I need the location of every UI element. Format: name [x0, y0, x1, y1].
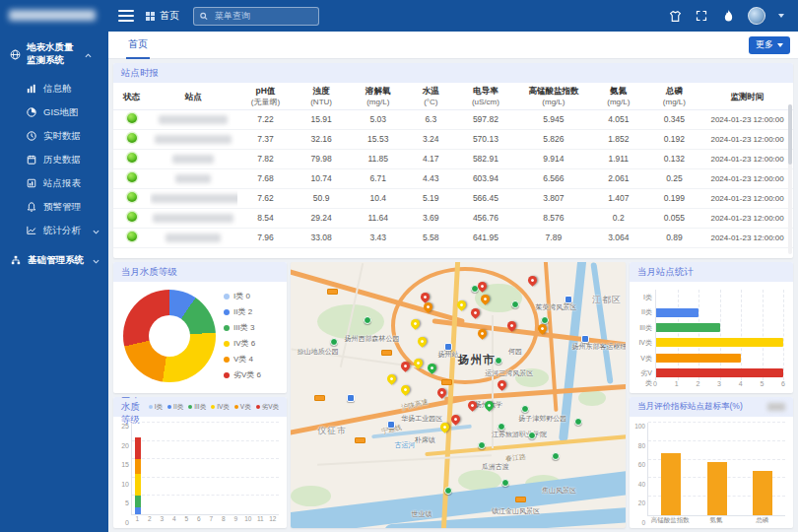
- flame-icon[interactable]: [721, 9, 735, 23]
- map-poi-park-icon[interactable]: [528, 432, 536, 439]
- table-cell: 2.061: [590, 168, 647, 188]
- map-station-pin-red[interactable]: [496, 378, 508, 391]
- map-label-茱萸湾风景区: 茱萸湾风景区: [535, 302, 576, 312]
- map-poi-transit-icon[interactable]: [347, 394, 355, 402]
- exceed-rate-title: 当月评价指标站点超标率(%): [637, 401, 743, 413]
- table-cell: 4.17: [408, 149, 454, 168]
- chevron-down-icon: [93, 255, 100, 266]
- table-cell: 7.22: [237, 109, 295, 129]
- map-station-pin-yellow[interactable]: [399, 383, 412, 396]
- table-cell: 7.89: [517, 228, 590, 247]
- donut-chart: [123, 290, 216, 382]
- menu-search[interactable]: [193, 7, 319, 26]
- sidebar-item-0[interactable]: 信息舱: [0, 77, 108, 100]
- map-poi-transit-icon[interactable]: [581, 335, 589, 343]
- gis-map[interactable]: 扬州市江都区仪征市扬州西部森林公园捺山地质公园茱萸湾风景区何园运河三湾风景区扬州…: [291, 262, 626, 528]
- avatar[interactable]: [748, 7, 765, 25]
- menu-collapse-icon[interactable]: [118, 10, 134, 22]
- map-poi-park-icon[interactable]: [521, 405, 529, 413]
- fullscreen-icon[interactable]: [695, 9, 708, 23]
- exceed-y-axis: 100806040200: [632, 423, 647, 526]
- system-title-label: 地表水质量监测系统: [27, 41, 79, 67]
- analytics-icon: [26, 226, 36, 236]
- table-header: 浊度(NTU): [294, 83, 349, 109]
- sidebar-item-label: 基础管理系统: [28, 254, 86, 267]
- map-icon: [26, 107, 36, 118]
- table-cell: 6.566: [517, 168, 590, 188]
- legend-item[interactable]: 劣V类 6: [224, 369, 261, 380]
- table-cell: 2024-01-23 12:00:00: [701, 188, 793, 208]
- annual-x-axis: 123456789101112: [131, 515, 279, 526]
- table-cell: 2024-01-23 12:00:00: [701, 208, 793, 228]
- legend-item[interactable]: II类 2: [224, 306, 261, 317]
- tab-home[interactable]: 首页: [126, 32, 150, 59]
- clock-icon: [26, 131, 36, 142]
- map-road-badge: [441, 379, 452, 385]
- table-cell: 0.25: [647, 168, 702, 188]
- map-poi-park-icon[interactable]: [330, 338, 338, 346]
- home-label: 首页: [160, 9, 179, 23]
- map-poi-transit-icon[interactable]: [565, 296, 572, 303]
- map-road: [317, 454, 492, 465]
- sidebar-item-label: 信息舱: [43, 83, 108, 96]
- legend-item[interactable]: IV类 6: [224, 338, 261, 349]
- map-station-pin-red[interactable]: [526, 274, 539, 287]
- map-poi-park-icon[interactable]: [552, 452, 560, 460]
- map-label-春江路: 春江路: [504, 452, 526, 464]
- map-poi-park-icon[interactable]: [511, 300, 519, 308]
- table-scrollbar[interactable]: [788, 104, 792, 254]
- sidebar-item-4[interactable]: 站点报表: [0, 171, 108, 195]
- theme-skin-icon[interactable]: [668, 9, 682, 23]
- map-poi-transit-icon[interactable]: [387, 421, 395, 429]
- sidebar-item-3[interactable]: 历史数据: [0, 148, 108, 171]
- table-cell: 3.064: [590, 228, 647, 247]
- more-button[interactable]: 更多: [749, 36, 790, 54]
- sidebar-item-1[interactable]: GIS地图: [0, 100, 108, 124]
- table-row[interactable]: 7.8279.9811.854.17582.919.9141.9110.1322…: [113, 149, 793, 168]
- map-poi-park-icon[interactable]: [574, 418, 582, 426]
- map-label-运河三湾风景区: 运河三湾风景区: [485, 368, 533, 378]
- sidebar-item-2[interactable]: 实时数据: [0, 124, 108, 148]
- legend-item[interactable]: I类 0: [224, 291, 261, 301]
- sidebar-item-6[interactable]: 统计分析: [0, 219, 108, 242]
- legend-item[interactable]: III类 3: [224, 322, 261, 333]
- table-cell: 32.16: [294, 129, 349, 149]
- table-row[interactable]: 7.6250.910.45.19566.453.8071.4070.199202…: [113, 188, 793, 208]
- table-row[interactable]: 7.6810.746.714.43603.946.5662.0610.25202…: [113, 168, 793, 188]
- globe-icon: [10, 49, 21, 60]
- sidebar-item-7[interactable]: 基础管理系统: [0, 248, 108, 272]
- map-label-何园: 何园: [508, 347, 522, 357]
- table-row[interactable]: 7.2215.915.036.3597.825.9454.0510.345202…: [113, 109, 793, 129]
- table-cell: 5.826: [517, 129, 590, 149]
- map-poi-park-icon[interactable]: [495, 357, 502, 365]
- exceed-bar-总磷: [753, 471, 772, 515]
- table-row[interactable]: 7.9633.083.435.58641.957.893.0640.892024…: [113, 228, 793, 247]
- user-menu-chevron-down-icon[interactable]: [778, 14, 784, 18]
- table-cell: 6.3: [408, 109, 454, 129]
- table-row[interactable]: 7.3732.1615.533.24570.135.8261.8520.1922…: [113, 129, 793, 149]
- map-station-pin-yellow[interactable]: [385, 372, 398, 385]
- sidebar-item-5[interactable]: 预警管理: [0, 195, 108, 219]
- status-dot-normal: [127, 153, 137, 163]
- exceed-rate-panel: 当月评价指标站点超标率(%) 100806040200 高锰酸盐指数氨氮总磷: [630, 397, 793, 528]
- table-header: 站点: [150, 83, 237, 109]
- map-poi-park-icon[interactable]: [444, 487, 452, 495]
- map-poi-park-icon[interactable]: [501, 479, 509, 487]
- breadcrumb-home[interactable]: 首页: [146, 9, 179, 23]
- table-row[interactable]: 8.5429.2411.643.69456.768.5760.20.055202…: [113, 208, 793, 228]
- search-input[interactable]: [213, 10, 312, 22]
- map-label-华扬工业园区: 华扬工业园区: [401, 414, 442, 424]
- table-header: 高锰酸盐指数(mg/L): [517, 83, 590, 109]
- exceed-panel-link-redacted[interactable]: [767, 403, 785, 411]
- table-cell: 7.62: [237, 188, 295, 208]
- map-label-扬州市: 扬州市: [458, 353, 496, 367]
- table-cell: 603.94: [454, 168, 517, 188]
- legend-item[interactable]: V类 4: [224, 354, 261, 365]
- map-poi-transit-icon[interactable]: [444, 343, 452, 351]
- monthly-quality-panel: 当月水质等级 I类 0II类 2III类 3IV类 6V类 4劣V类 6: [113, 262, 287, 393]
- table-cell: 5.19: [408, 188, 454, 208]
- monthly-quality-title: 当月水质等级: [113, 262, 287, 282]
- table-cell: 3.807: [517, 188, 590, 208]
- sidebar-system-title[interactable]: 地表水质量监测系统: [0, 32, 108, 75]
- exceed-x-axis: 高锰酸盐指数氨氮总磷: [647, 516, 785, 526]
